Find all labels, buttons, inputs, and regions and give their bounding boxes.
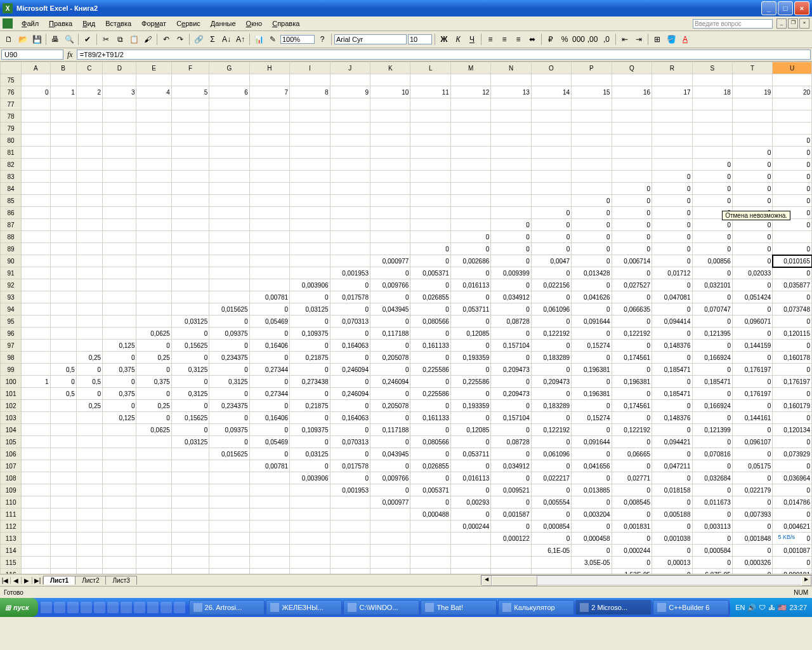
cell-P90[interactable]: 0 (572, 255, 612, 267)
cell-C83[interactable] (76, 171, 102, 183)
cell-E92[interactable] (136, 279, 171, 291)
cell-F82[interactable] (171, 159, 209, 171)
cell-R101[interactable]: 0,185471 (652, 388, 692, 400)
cell-A85[interactable] (22, 195, 50, 207)
cell-B115[interactable] (50, 557, 76, 569)
cell-L104[interactable]: 0 (410, 424, 450, 436)
cell-E86[interactable] (136, 207, 171, 219)
cell-A112[interactable] (22, 521, 50, 533)
cell-P114[interactable]: 0 (572, 545, 612, 557)
cell-L115[interactable] (410, 557, 450, 569)
cell-F92[interactable] (171, 279, 209, 291)
row-header-108[interactable]: 108 (1, 472, 22, 484)
col-header-K[interactable]: K (370, 62, 410, 74)
cell-A107[interactable] (22, 460, 50, 472)
cell-M105[interactable]: 0 (450, 436, 490, 448)
cell-U80[interactable]: 0 (773, 135, 812, 147)
cell-T106[interactable]: 0 (732, 448, 772, 460)
cell-I91[interactable] (290, 267, 330, 279)
cell-C96[interactable] (76, 328, 102, 340)
cell-U94[interactable]: 0,073748 (773, 303, 812, 315)
cell-Q95[interactable]: 0 (612, 315, 652, 328)
cell-G77[interactable] (209, 98, 249, 110)
cell-G100[interactable]: 0,3125 (209, 376, 249, 388)
cell-D100[interactable]: 0 (103, 376, 136, 388)
cell-I102[interactable]: 0,21875 (290, 400, 330, 412)
cell-F80[interactable] (171, 135, 209, 147)
task-item[interactable]: Калькулятор (498, 600, 574, 615)
cell-C116[interactable] (76, 569, 102, 574)
cell-L96[interactable]: 0 (410, 328, 450, 340)
cell-A101[interactable] (22, 388, 50, 400)
col-header-L[interactable]: L (410, 62, 450, 74)
cell-M93[interactable]: 0 (450, 291, 490, 303)
cell-T107[interactable]: 0,05175 (732, 460, 772, 472)
cell-A114[interactable] (22, 545, 50, 557)
cell-F113[interactable] (171, 533, 209, 545)
cell-B87[interactable] (50, 219, 76, 231)
col-header-U[interactable]: U (773, 62, 812, 74)
cell-H115[interactable] (249, 557, 289, 569)
row-header-87[interactable]: 87 (1, 219, 22, 231)
cell-N112[interactable]: 0 (491, 521, 531, 533)
cell-L92[interactable]: 0 (410, 279, 450, 291)
cell-A115[interactable] (22, 557, 50, 569)
cell-L75[interactable] (410, 74, 450, 86)
cell-C85[interactable] (76, 195, 102, 207)
cell-G103[interactable]: 0 (209, 412, 249, 424)
cell-K97[interactable]: 0 (370, 340, 410, 352)
col-header-J[interactable]: J (330, 62, 370, 74)
col-header-I[interactable]: I (290, 62, 330, 74)
fx-icon[interactable]: fx (63, 50, 77, 60)
cell-O108[interactable]: 0,022217 (531, 472, 571, 484)
task-item[interactable]: 26. Artrosi... (189, 600, 265, 615)
cell-M83[interactable] (450, 171, 490, 183)
cell-Q84[interactable]: 0 (612, 183, 652, 195)
cell-S76[interactable]: 18 (692, 86, 732, 98)
mdi-restore[interactable]: ❐ (788, 18, 798, 29)
cell-U110[interactable]: 0,014786 (773, 496, 812, 508)
menu-view[interactable]: Вид (77, 18, 100, 29)
cell-S81[interactable] (692, 147, 732, 159)
cell-H77[interactable] (249, 98, 289, 110)
cell-N108[interactable]: 0 (491, 472, 531, 484)
cell-J100[interactable]: 0 (330, 376, 370, 388)
cell-G76[interactable]: 6 (209, 86, 249, 98)
cell-Q109[interactable]: 0 (612, 484, 652, 496)
cell-F76[interactable]: 5 (171, 86, 209, 98)
row-header-92[interactable]: 92 (1, 279, 22, 291)
cell-G106[interactable]: 0,015625 (209, 448, 249, 460)
cell-F87[interactable] (171, 219, 209, 231)
cell-G85[interactable] (209, 195, 249, 207)
cell-I90[interactable] (290, 255, 330, 267)
cell-R112[interactable]: 0 (652, 521, 692, 533)
cell-T100[interactable]: 0 (732, 376, 772, 388)
row-header-95[interactable]: 95 (1, 315, 22, 328)
cell-R83[interactable]: 0 (652, 171, 692, 183)
cell-R116[interactable]: 0 (652, 569, 692, 574)
tray-lang[interactable]: EN (735, 604, 745, 611)
col-header-S[interactable]: S (692, 62, 732, 74)
cell-K88[interactable] (370, 231, 410, 243)
cell-E77[interactable] (136, 98, 171, 110)
cell-S83[interactable]: 0 (692, 171, 732, 183)
cell-O95[interactable]: 0 (531, 315, 571, 328)
cell-L94[interactable]: 0 (410, 303, 450, 315)
cell-O77[interactable] (531, 98, 571, 110)
cell-K104[interactable]: 0,117188 (370, 424, 410, 436)
cell-P100[interactable]: 0 (572, 376, 612, 388)
cell-C82[interactable] (76, 159, 102, 171)
cell-N81[interactable] (491, 147, 531, 159)
cell-C87[interactable] (76, 219, 102, 231)
cell-F94[interactable] (171, 303, 209, 315)
cell-A104[interactable] (22, 424, 50, 436)
cell-N75[interactable] (491, 74, 531, 86)
cell-E76[interactable]: 4 (136, 86, 171, 98)
cell-S95[interactable]: 0 (692, 315, 732, 328)
cell-O90[interactable]: 0,0047 (531, 255, 571, 267)
cell-T103[interactable]: 0,144161 (732, 412, 772, 424)
cell-B106[interactable] (50, 448, 76, 460)
cell-O115[interactable] (531, 557, 571, 569)
cell-T102[interactable]: 0 (732, 400, 772, 412)
cell-L82[interactable] (410, 159, 450, 171)
